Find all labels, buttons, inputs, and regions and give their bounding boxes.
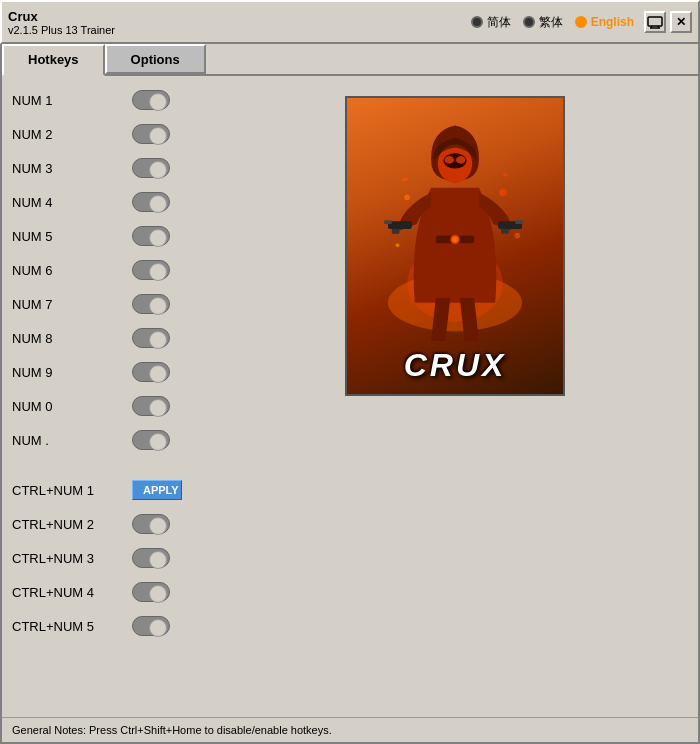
- hotkey-row-ctrl-num3: CTRL+NUM 3: [12, 544, 212, 572]
- toggle-num0[interactable]: [132, 396, 170, 416]
- svg-rect-23: [402, 177, 408, 182]
- svg-rect-24: [503, 173, 508, 177]
- toggle-num3[interactable]: [132, 158, 170, 178]
- hotkey-label-num2: NUM 2: [12, 127, 122, 142]
- character-svg: [375, 111, 535, 341]
- toggle-numdot[interactable]: [132, 430, 170, 450]
- toggle-num6[interactable]: [132, 260, 170, 280]
- window-buttons: ✕: [644, 11, 692, 33]
- svg-point-21: [396, 243, 400, 247]
- toggle-num7[interactable]: [132, 294, 170, 314]
- svg-rect-0: [648, 17, 662, 26]
- content-area: NUM 1 NUM 2 NUM 3 NUM 4 NUM 5: [2, 76, 698, 717]
- lang-traditional[interactable]: 繁体: [523, 14, 563, 31]
- close-icon: ✕: [676, 15, 686, 29]
- toggle-ctrl-num3[interactable]: [132, 548, 170, 568]
- hotkey-label-num6: NUM 6: [12, 263, 122, 278]
- lang-simplified[interactable]: 简体: [471, 14, 511, 31]
- hotkey-row-ctrl-num5: CTRL+NUM 5: [12, 612, 212, 640]
- hotkey-label-num1: NUM 1: [12, 93, 122, 108]
- radio-english: [575, 16, 587, 28]
- svg-rect-15: [515, 220, 523, 224]
- hotkey-label-num8: NUM 8: [12, 331, 122, 346]
- game-image-area: CRUX: [222, 86, 688, 707]
- title-info: Crux v2.1.5 Plus 13 Trainer: [8, 9, 115, 36]
- hotkey-row-num9: NUM 9: [12, 358, 212, 386]
- hotkey-label-numdot: NUM .: [12, 433, 122, 448]
- monitor-button[interactable]: [644, 11, 666, 33]
- hotkey-row-num5: NUM 5: [12, 222, 212, 250]
- hotkey-row-numdot: NUM .: [12, 426, 212, 454]
- toggle-num2[interactable]: [132, 124, 170, 144]
- game-title-logo: CRUX: [347, 347, 563, 384]
- app-version: v2.1.5 Plus 13 Trainer: [8, 24, 115, 36]
- hotkey-row-num4: NUM 4: [12, 188, 212, 216]
- svg-point-22: [514, 233, 520, 239]
- toggle-num9[interactable]: [132, 362, 170, 382]
- hotkey-label-num0: NUM 0: [12, 399, 122, 414]
- radio-traditional: [523, 16, 535, 28]
- svg-rect-12: [384, 220, 392, 224]
- tab-bar: Hotkeys Options: [2, 44, 698, 76]
- hotkey-label-num3: NUM 3: [12, 161, 122, 176]
- hotkey-row-num7: NUM 7: [12, 290, 212, 318]
- hotkey-label-num7: NUM 7: [12, 297, 122, 312]
- hotkey-label-ctrl-num4: CTRL+NUM 4: [12, 585, 122, 600]
- svg-point-18: [452, 237, 458, 243]
- hotkey-label-num4: NUM 4: [12, 195, 122, 210]
- toggle-num8[interactable]: [132, 328, 170, 348]
- lang-simplified-label: 简体: [487, 14, 511, 31]
- title-bar: Crux v2.1.5 Plus 13 Trainer 简体 繁体 Englis…: [0, 0, 700, 44]
- lang-traditional-label: 繁体: [539, 14, 563, 31]
- hotkey-label-num9: NUM 9: [12, 365, 122, 380]
- hotkey-row-num3: NUM 3: [12, 154, 212, 182]
- hotkey-label-num5: NUM 5: [12, 229, 122, 244]
- hotkeys-column: NUM 1 NUM 2 NUM 3 NUM 4 NUM 5: [12, 86, 212, 707]
- hotkey-row-num0: NUM 0: [12, 392, 212, 420]
- footer-note: General Notes: Press Ctrl+Shift+Home to …: [12, 724, 332, 736]
- hotkey-label-ctrl-num3: CTRL+NUM 3: [12, 551, 122, 566]
- svg-rect-11: [392, 229, 400, 234]
- svg-point-19: [404, 194, 410, 200]
- title-controls: 简体 繁体 English ✕: [471, 11, 692, 33]
- main-container: Hotkeys Options NUM 1 NUM 2 NUM 3 NUM 4: [0, 44, 700, 744]
- footer: General Notes: Press Ctrl+Shift+Home to …: [2, 717, 698, 742]
- game-cover: CRUX: [345, 96, 565, 396]
- hotkey-row-num6: NUM 6: [12, 256, 212, 284]
- toggle-ctrl-num4[interactable]: [132, 582, 170, 602]
- hotkey-label-ctrl-num2: CTRL+NUM 2: [12, 517, 122, 532]
- lang-english-label: English: [591, 15, 634, 29]
- svg-rect-14: [501, 229, 509, 234]
- apply-button[interactable]: APPLY: [132, 480, 182, 500]
- toggle-num4[interactable]: [132, 192, 170, 212]
- svg-point-8: [444, 156, 454, 164]
- lang-english[interactable]: English: [575, 15, 634, 29]
- character-art: [347, 98, 563, 354]
- language-group: 简体 繁体 English: [471, 14, 634, 31]
- toggle-ctrl-num2[interactable]: [132, 514, 170, 534]
- tab-hotkeys[interactable]: Hotkeys: [2, 44, 105, 76]
- hotkey-row-ctrl-num4: CTRL+NUM 4: [12, 578, 212, 606]
- hotkey-row-num8: NUM 8: [12, 324, 212, 352]
- hotkey-row-ctrl-num1: CTRL+NUM 1 APPLY: [12, 476, 212, 504]
- tab-options[interactable]: Options: [105, 44, 206, 74]
- radio-simplified: [471, 16, 483, 28]
- hotkey-row-num2: NUM 2: [12, 120, 212, 148]
- svg-point-20: [499, 189, 507, 197]
- close-button[interactable]: ✕: [670, 11, 692, 33]
- app-title: Crux: [8, 9, 115, 24]
- hotkey-label-ctrl-num5: CTRL+NUM 5: [12, 619, 122, 634]
- hotkey-label-ctrl-num1: CTRL+NUM 1: [12, 483, 122, 498]
- hotkey-row-ctrl-num2: CTRL+NUM 2: [12, 510, 212, 538]
- spacer: [12, 460, 212, 470]
- toggle-ctrl-num5[interactable]: [132, 616, 170, 636]
- monitor-icon: [647, 16, 663, 29]
- svg-point-9: [456, 156, 466, 164]
- hotkey-row-num1: NUM 1: [12, 86, 212, 114]
- toggle-num1[interactable]: [132, 90, 170, 110]
- toggle-num5[interactable]: [132, 226, 170, 246]
